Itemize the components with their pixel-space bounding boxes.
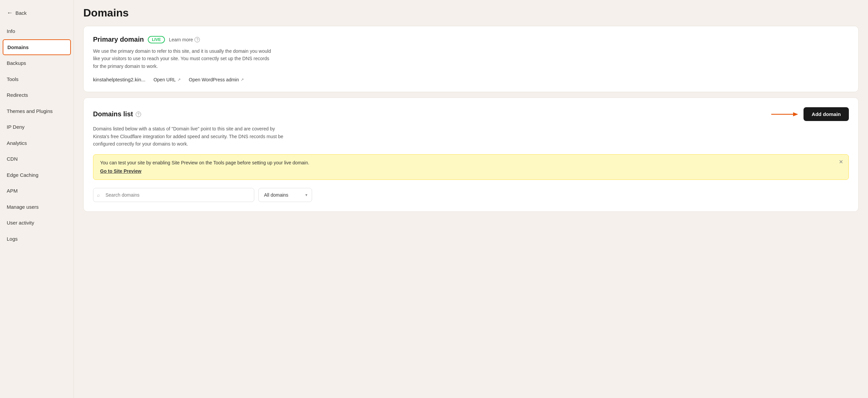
svg-marker-1 — [793, 112, 798, 116]
site-preview-alert: You can test your site by enabling Site … — [93, 154, 849, 180]
sidebar-item-manage-users[interactable]: Manage users — [0, 199, 73, 215]
domains-list-header: Domains list ? Add domain — [93, 107, 849, 121]
search-icon: ⌕ — [97, 192, 100, 198]
domain-url: kinstahelptesting2.kin... — [93, 77, 146, 82]
domains-list-card: Domains list ? Add domain Domains listed… — [83, 97, 859, 212]
alert-text: You can test your site by enabling Site … — [100, 160, 842, 165]
domain-row: kinstahelptesting2.kin... Open URL ↗ Ope… — [93, 77, 849, 82]
primary-domain-card: Primary domain LIVE Learn more ? We use … — [83, 26, 859, 92]
search-row: ⌕ All domains Live Not live — [93, 188, 849, 202]
back-arrow-icon: ← — [7, 9, 13, 17]
back-button[interactable]: ← Back — [0, 5, 73, 21]
arrow-indicator — [771, 110, 798, 118]
domains-list-help-icon[interactable]: ? — [136, 112, 141, 117]
filter-select-wrap: All domains Live Not live — [258, 188, 312, 202]
sidebar-item-domains[interactable]: Domains — [3, 39, 71, 55]
sidebar-item-themes-plugins[interactable]: Themes and Plugins — [0, 103, 73, 119]
external-link-icon: ↗ — [177, 77, 181, 82]
sidebar-item-tools[interactable]: Tools — [0, 71, 73, 87]
sidebar-item-info[interactable]: Info — [0, 23, 73, 39]
back-label: Back — [16, 10, 27, 16]
main-content: Domains Primary domain LIVE Learn more ?… — [74, 0, 868, 398]
search-input-wrap: ⌕ — [93, 188, 254, 202]
sidebar-item-user-activity[interactable]: User activity — [0, 215, 73, 231]
domains-list-title-wrap: Domains list ? — [93, 110, 141, 118]
search-input[interactable] — [93, 188, 254, 202]
alert-close-button[interactable]: ✕ — [839, 159, 843, 165]
domain-filter-select[interactable]: All domains Live Not live — [258, 188, 312, 202]
sidebar-item-redirects[interactable]: Redirects — [0, 87, 73, 103]
domains-list-title: Domains list — [93, 110, 133, 118]
primary-domain-title: Primary domain — [93, 36, 144, 44]
go-to-site-preview-link[interactable]: Go to Site Preview — [100, 168, 142, 174]
sidebar-item-logs[interactable]: Logs — [0, 231, 73, 247]
sidebar-item-apm[interactable]: APM — [0, 183, 73, 199]
sidebar-item-analytics[interactable]: Analytics — [0, 135, 73, 151]
page-title: Domains — [83, 7, 859, 19]
sidebar-item-ip-deny[interactable]: IP Deny — [0, 119, 73, 135]
add-domain-button[interactable]: Add domain — [804, 107, 849, 121]
learn-more-link[interactable]: Learn more ? — [169, 37, 200, 42]
primary-domain-description: We use the primary domain to refer to th… — [93, 48, 274, 70]
add-domain-btn-wrap: Add domain — [771, 107, 849, 121]
domains-list-description: Domains listed below with a status of "D… — [93, 125, 288, 148]
sidebar: ← Back Info Domains Backups Tools Redire… — [0, 0, 74, 398]
help-icon: ? — [194, 37, 200, 42]
sidebar-item-backups[interactable]: Backups — [0, 55, 73, 71]
sidebar-item-edge-caching[interactable]: Edge Caching — [0, 167, 73, 183]
open-wp-admin-link[interactable]: Open WordPress admin ↗ — [189, 77, 244, 82]
sidebar-item-cdn[interactable]: CDN — [0, 151, 73, 167]
primary-domain-header: Primary domain LIVE Learn more ? — [93, 36, 849, 44]
open-url-link[interactable]: Open URL ↗ — [154, 77, 181, 82]
live-badge: LIVE — [148, 36, 165, 44]
external-link-icon-2: ↗ — [241, 77, 244, 82]
